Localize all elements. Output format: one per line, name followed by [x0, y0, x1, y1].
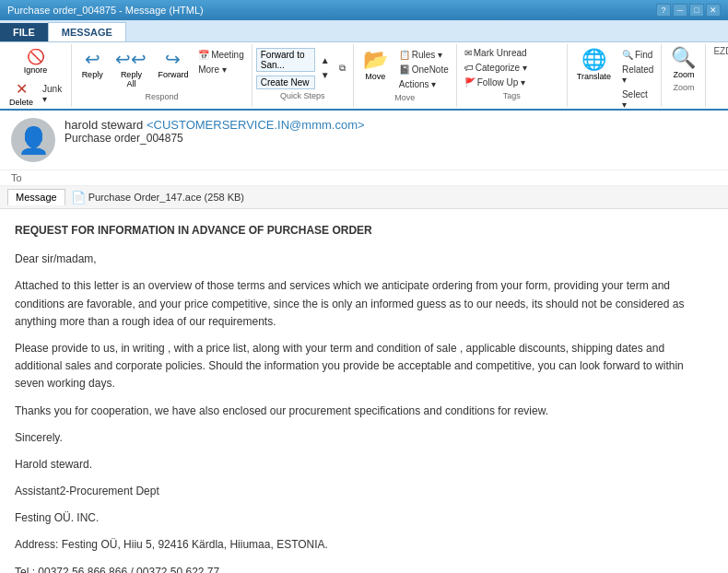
actions-button[interactable]: Actions ▾ — [395, 77, 452, 91]
meeting-button[interactable]: 📅 Meeting — [194, 48, 248, 62]
forward-button[interactable]: ↪ Forward — [154, 46, 194, 90]
ignore-icon: 🚫 — [27, 48, 45, 65]
tags-group-label: Tags — [503, 91, 521, 100]
ribbon-group-quicksteps: Forward to San... Create New ▲ ▼ ⧉ Quick… — [252, 44, 354, 107]
ribbon-group-editing: 🌐 Translate 🔍 Find Related ▾ Select ▾ Ed… — [568, 44, 663, 107]
tab-file[interactable]: FILE — [0, 23, 48, 41]
zoom-label: Zoom — [673, 70, 694, 79]
forward-label: Forward — [158, 70, 188, 79]
ignore-button[interactable]: 🚫 Ignore — [20, 46, 52, 76]
sender-info: 👤 harold steward <CUSTOMERSERVICE.IN@mmm… — [0, 111, 728, 170]
ribbon-group-zoom: 🔍 Zoom Zoom — [662, 44, 706, 107]
message-tab[interactable]: Message — [7, 189, 65, 205]
rules-label: Rules ▾ — [412, 50, 442, 60]
actions-label: Actions ▾ — [399, 79, 437, 89]
attachment-file[interactable]: 📄 Purchase Order_147.ace (258 KB) — [71, 191, 244, 205]
email-p2: Attached to this letter is an overview o… — [15, 277, 713, 331]
categorize-button[interactable]: 🏷 Categorize ▾ — [461, 61, 563, 75]
quicksteps-scroll-up[interactable]: ▲ — [317, 53, 334, 67]
email-p6: Harold steward. — [15, 456, 713, 474]
related-label: Related ▾ — [622, 64, 653, 85]
to-line: To — [0, 170, 728, 186]
zoom-icon: 🔍 — [671, 46, 696, 70]
more-label: More ▾ — [198, 64, 227, 75]
delete-button[interactable]: ✕ Delete — [6, 78, 37, 109]
translate-label: Translate — [577, 72, 611, 81]
ribbon-group-delete: 🚫 Ignore ✕ Delete Junk ▾ Delete — [0, 44, 72, 107]
junk-label: Junk ▾ — [42, 84, 62, 104]
window-title: Purchase order_004875 - Message (HTML) — [7, 5, 204, 16]
categorize-label: Categorize ▾ — [476, 63, 527, 73]
minimize-button[interactable]: ─ — [673, 4, 687, 17]
sender-email: <CUSTOMERSERVICE.IN@mmm.com> — [147, 118, 365, 132]
delete-label: Delete — [9, 98, 33, 107]
meeting-label: Meeting — [211, 50, 244, 60]
rules-button[interactable]: 📋 Rules ▾ — [395, 48, 452, 62]
email-heading: REQUEST FOR INFORMATION IN ADVANCE OF PU… — [15, 222, 713, 240]
to-label: To — [11, 172, 22, 183]
email-p5: Sincerely. — [15, 429, 713, 447]
ignore-label: Ignore — [24, 65, 48, 75]
sender-name: harold steward <CUSTOMERSERVICE.IN@mmm.c… — [65, 118, 717, 132]
quicksteps-group-label: Quick Steps — [256, 91, 349, 100]
more-respond-button[interactable]: More ▾ — [194, 63, 248, 76]
email-p10: Tel.: 00372 56 866 866 / 00372 50 622 77 — [15, 564, 713, 573]
meeting-icon: 📅 — [198, 50, 209, 60]
onenote-icon: 📓 — [399, 64, 410, 75]
person-icon: 👤 — [18, 125, 50, 156]
quicksteps-scroll-down[interactable]: ▼ — [317, 68, 334, 82]
follow-up-button[interactable]: 🚩 Follow Up ▾ — [461, 76, 563, 89]
ribbon-group-ezdetach: EZDetach — [706, 44, 728, 107]
maximize-button[interactable]: □ — [689, 4, 704, 17]
email-body: REQUEST FOR INFORMATION IN ADVANCE OF PU… — [0, 209, 728, 573]
email-p9: Address: Festing OÜ, Hiiu 5, 92416 Kärdl… — [15, 536, 713, 554]
related-button[interactable]: Related ▾ — [618, 63, 657, 87]
reply-all-button[interactable]: ↩↩ Reply All — [111, 46, 152, 90]
mark-unread-button[interactable]: ✉ Mark Unread — [461, 46, 563, 60]
find-icon: 🔍 — [622, 50, 633, 60]
forward-icon: ↪ — [165, 48, 181, 70]
translate-button[interactable]: 🌐 Translate — [571, 46, 616, 111]
email-area: 👤 harold steward <CUSTOMERSERVICE.IN@mmm… — [0, 111, 728, 573]
forward-to-san-button[interactable]: Forward to San... — [256, 48, 315, 72]
attachment-filename: Purchase Order_147.ace (258 KB) — [88, 192, 244, 203]
email-p7: Assistant2-Procurement Dept — [15, 483, 713, 500]
create-new-button[interactable]: Create New — [256, 76, 315, 89]
tab-message[interactable]: MESSAGE — [48, 22, 126, 41]
email-p3: Please provide to us, in writing , with … — [15, 340, 713, 393]
zoom-button[interactable]: 🔍 Zoom — [665, 44, 701, 81]
translate-icon: 🌐 — [581, 48, 606, 72]
title-bar: Purchase order_004875 - Message (HTML) ?… — [0, 0, 728, 20]
email-p4: Thanks you for cooperation, we have also… — [15, 403, 713, 420]
onenote-button[interactable]: 📓 OneNote — [395, 63, 452, 76]
help-button[interactable]: ? — [656, 4, 671, 17]
delete-icon: ✕ — [16, 80, 28, 98]
rules-icon: 📋 — [399, 50, 410, 60]
reply-all-label: Reply All — [115, 70, 147, 88]
move-label: Move — [365, 72, 385, 81]
ribbon-group-respond: ↩ Reply ↩↩ Reply All ↪ Forward 📅 Meeting… — [72, 44, 252, 107]
reply-label: Reply — [82, 70, 103, 79]
ezdetach-button[interactable]: EZDetach — [710, 44, 728, 58]
close-button[interactable]: ✕ — [706, 4, 721, 17]
quicksteps-expand[interactable]: ⧉ — [335, 61, 349, 76]
categorize-icon: 🏷 — [464, 63, 474, 73]
reply-all-icon: ↩↩ — [115, 48, 147, 70]
find-button[interactable]: 🔍 Find — [618, 48, 657, 62]
move-icon: 📂 — [363, 48, 388, 72]
attachments-bar: Message 📄 Purchase Order_147.ace (258 KB… — [0, 186, 728, 209]
select-button[interactable]: Select ▾ — [618, 88, 657, 111]
mark-unread-icon: ✉ — [464, 48, 472, 58]
find-label: Find — [635, 50, 652, 60]
junk-button[interactable]: Junk ▾ — [39, 78, 65, 109]
email-p8: Festing OÜ. INC. — [15, 509, 713, 527]
ribbon-group-move: 📂 Move 📋 Rules ▾ 📓 OneNote Actions ▾ Mov… — [354, 44, 457, 107]
email-p1: Dear sir/madam, — [15, 251, 713, 268]
follow-up-label: Follow Up ▾ — [477, 77, 525, 88]
follow-up-icon: 🚩 — [464, 77, 476, 88]
move-group-label: Move — [394, 93, 415, 102]
respond-group-label: Respond — [145, 92, 178, 101]
file-icon: 📄 — [71, 191, 86, 205]
move-button[interactable]: 📂 Move — [358, 46, 393, 91]
reply-button[interactable]: ↩ Reply — [76, 46, 109, 90]
